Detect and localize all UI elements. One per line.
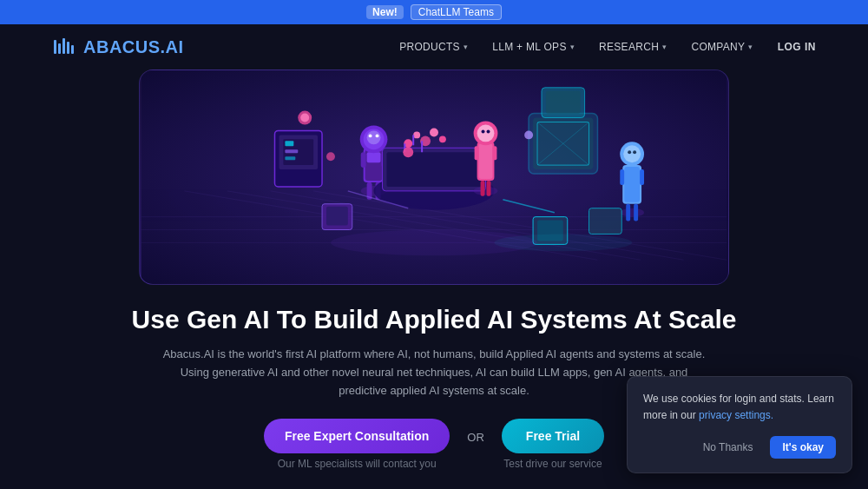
svg-rect-65 <box>624 167 640 202</box>
svg-rect-48 <box>475 146 479 160</box>
svg-rect-3 <box>67 42 69 54</box>
announcement-bar: New! ChatLLM Teams <box>0 0 868 24</box>
chatllm-link[interactable]: ChatLLM Teams <box>411 4 502 20</box>
svg-rect-68 <box>626 204 630 221</box>
chevron-down-icon: ▾ <box>464 43 468 51</box>
chevron-down-icon: ▾ <box>570 43 575 51</box>
svg-rect-69 <box>634 204 638 221</box>
cookie-decline-button[interactable]: No Thanks <box>694 436 762 459</box>
consultation-sublabel: Our ML specialists will contact you <box>278 458 437 470</box>
svg-point-81 <box>403 147 413 157</box>
hero-image <box>139 69 729 285</box>
svg-rect-2 <box>62 38 65 54</box>
svg-rect-66 <box>620 169 624 185</box>
svg-point-73 <box>633 150 636 154</box>
cookie-accept-button[interactable]: It's okay <box>770 436 836 459</box>
svg-rect-47 <box>479 143 493 179</box>
consultation-button[interactable]: Free Expert Consultation <box>264 419 450 453</box>
nav-login[interactable]: LOG IN <box>778 41 816 53</box>
nav-llm-mlops[interactable]: LLM + ML Ops ▾ <box>492 41 575 53</box>
new-badge: New! <box>366 5 404 19</box>
svg-point-41 <box>439 135 446 142</box>
svg-rect-1 <box>58 43 61 54</box>
hero-scene-svg <box>140 70 728 284</box>
svg-point-32 <box>369 134 372 137</box>
cookie-banner: We use cookies for login and stats. Lear… <box>627 376 852 473</box>
svg-point-82 <box>524 130 533 139</box>
svg-rect-24 <box>367 152 381 162</box>
svg-point-85 <box>494 234 632 251</box>
cta-trial-group: Free Trial Test drive our service <box>502 419 604 470</box>
cta-or-label: OR <box>467 419 484 444</box>
svg-point-55 <box>487 129 490 133</box>
svg-point-45 <box>474 187 498 195</box>
svg-rect-67 <box>640 169 644 185</box>
logo[interactable]: ABACUS.AI <box>52 35 184 59</box>
svg-point-83 <box>326 152 335 161</box>
logo-text: ABACUS.AI <box>83 37 184 57</box>
cookie-text: We use cookies for login and stats. Lear… <box>643 391 836 424</box>
svg-point-72 <box>628 150 631 154</box>
nav-company[interactable]: COMPANY ▾ <box>691 41 753 53</box>
svg-rect-75 <box>326 207 348 226</box>
nav-research[interactable]: RESEARCH ▾ <box>599 41 667 53</box>
svg-rect-50 <box>481 181 485 196</box>
cookie-buttons: No Thanks It's okay <box>643 436 836 459</box>
cta-section: Free Expert Consultation Our ML speciali… <box>264 419 604 470</box>
svg-point-40 <box>430 128 438 136</box>
chevron-down-icon: ▾ <box>748 43 753 51</box>
svg-rect-18 <box>285 156 295 160</box>
svg-rect-51 <box>487 181 491 196</box>
trial-button[interactable]: Free Trial <box>502 419 604 453</box>
cta-consultation-group: Free Expert Consultation Our ML speciali… <box>264 419 450 470</box>
svg-rect-62 <box>546 91 581 114</box>
svg-rect-78 <box>589 208 622 235</box>
svg-rect-36 <box>386 152 481 187</box>
svg-rect-44 <box>421 141 423 152</box>
logo-icon <box>52 35 76 59</box>
svg-rect-25 <box>361 152 366 168</box>
svg-rect-17 <box>285 149 298 153</box>
trial-sublabel: Test drive our service <box>503 458 602 470</box>
header: ABACUS.AI PRODUCTS ▾ LLM + ML Ops ▾ RESE… <box>0 24 868 69</box>
svg-rect-43 <box>412 135 414 145</box>
svg-point-38 <box>413 131 420 138</box>
chevron-down-icon: ▾ <box>662 43 667 51</box>
main-nav: PRODUCTS ▾ LLM + ML Ops ▾ RESEARCH ▾ COM… <box>399 41 816 53</box>
svg-rect-4 <box>71 45 74 54</box>
svg-point-20 <box>300 114 309 122</box>
privacy-link[interactable]: privacy settings. <box>699 409 773 421</box>
svg-point-63 <box>620 208 644 217</box>
svg-point-53 <box>477 124 495 142</box>
svg-rect-0 <box>54 40 56 54</box>
svg-point-33 <box>376 134 379 137</box>
svg-point-71 <box>623 145 641 162</box>
nav-products[interactable]: PRODUCTS ▾ <box>399 41 468 53</box>
svg-point-54 <box>482 129 485 133</box>
svg-point-31 <box>367 130 381 144</box>
svg-rect-49 <box>492 146 496 160</box>
hero-title: Use Gen AI To Build Applied AI Systems A… <box>132 304 737 335</box>
svg-rect-16 <box>285 141 293 146</box>
